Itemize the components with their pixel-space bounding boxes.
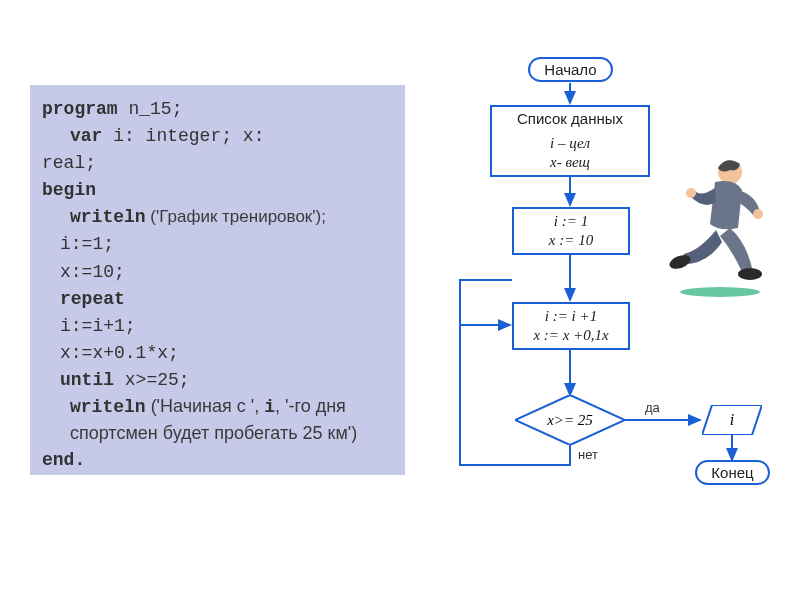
code-text: ('График тренировок'); xyxy=(146,207,326,226)
kw-until: until xyxy=(60,370,114,390)
code-line-2b: real; xyxy=(42,149,393,176)
flow-data-line1: i – цел xyxy=(550,135,590,151)
code-text: x>=25; xyxy=(114,370,190,390)
flow-start-label: Начало xyxy=(544,61,596,78)
flow-data-line2: x- вещ xyxy=(550,154,590,170)
flow-step-line1: i := i +1 xyxy=(545,308,597,324)
code-text: real; xyxy=(42,153,96,173)
kw-end: end. xyxy=(42,450,85,470)
code-panel: program n_15; var i: integer; x: real; b… xyxy=(30,85,405,475)
code-line-9: x:=x+0.1*x; xyxy=(42,339,393,366)
flow-init-line1: i := 1 xyxy=(554,213,588,229)
code-var-i: i xyxy=(264,397,275,417)
edge-no: нет xyxy=(578,447,598,462)
code-line-11: writeln ('Начиная с ', i, '-го дня спорт… xyxy=(42,393,393,446)
edge-yes-label: да xyxy=(645,400,660,415)
code-text: i:=1; xyxy=(60,234,114,254)
code-line-12: end. xyxy=(42,446,393,473)
svg-point-10 xyxy=(686,188,696,198)
code-text: x:=10; xyxy=(60,262,125,282)
code-line-6: x:=10; xyxy=(42,258,393,285)
kw-var: var xyxy=(70,126,102,146)
flow-decision: x>= 25 xyxy=(515,395,625,445)
svg-point-13 xyxy=(680,287,760,297)
kw-begin: begin xyxy=(42,180,96,200)
code-text: x:=x+0.1*x; xyxy=(60,343,179,363)
svg-point-9 xyxy=(753,209,763,219)
flow-data-header: Список данных xyxy=(490,105,650,134)
code-line-8: i:=i+1; xyxy=(42,312,393,339)
flow-decision-label: x>= 25 xyxy=(547,412,593,429)
code-line-10: until x>=25; xyxy=(42,366,393,393)
code-line-5: i:=1; xyxy=(42,230,393,257)
flow-init-line2: x := 10 xyxy=(549,232,593,248)
edge-no-label: нет xyxy=(578,447,598,462)
code-line-3: begin xyxy=(42,176,393,203)
code-text: i:=i+1; xyxy=(60,316,136,336)
edge-yes: да xyxy=(645,400,660,415)
code-line-2: var i: integer; x: xyxy=(42,122,393,149)
kw-repeat: repeat xyxy=(60,289,125,309)
code-line-7: repeat xyxy=(42,285,393,312)
code-line-1: program n_15; xyxy=(42,95,393,122)
runner-illustration xyxy=(660,150,780,300)
flow-output-label: i xyxy=(730,411,734,429)
code-line-4: writeln ('График тренировок'); xyxy=(42,203,393,230)
flow-output: i xyxy=(702,405,762,435)
flow-end: Конец xyxy=(695,460,770,485)
kw-program: program xyxy=(42,99,118,119)
flow-step: i := i +1 x := x +0,1x xyxy=(512,302,630,350)
flow-data-header-label: Список данных xyxy=(517,110,623,127)
svg-point-11 xyxy=(738,268,762,280)
kw-writeln: writeln xyxy=(70,207,146,227)
flow-end-label: Конец xyxy=(711,464,753,481)
kw-writeln: writeln xyxy=(70,397,146,417)
flow-start: Начало xyxy=(528,57,613,82)
flow-init: i := 1 x := 10 xyxy=(512,207,630,255)
code-text: i: integer; x: xyxy=(102,126,264,146)
code-text: ('Начиная с ', xyxy=(146,396,265,416)
flow-step-line2: x := x +0,1x xyxy=(533,327,608,343)
code-text: n_15; xyxy=(118,99,183,119)
flow-data-body: i – цел x- вещ xyxy=(490,131,650,177)
